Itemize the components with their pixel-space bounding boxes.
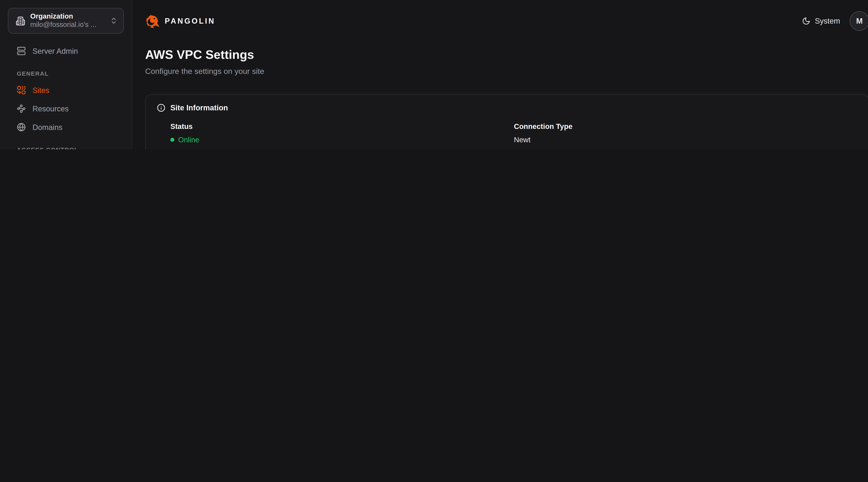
moon-icon xyxy=(802,17,810,25)
server-icon xyxy=(17,46,26,56)
sidebar-item-domains[interactable]: Domains xyxy=(17,122,126,133)
sidebar-item-sites[interactable]: Sites xyxy=(17,85,126,96)
org-switcher-text: Organization milo@fossorial.io's ... xyxy=(30,12,105,29)
org-switcher[interactable]: Organization milo@fossorial.io's ... xyxy=(8,8,124,34)
site-information-header: Site Information xyxy=(157,104,858,112)
theme-label: System xyxy=(815,17,840,25)
site-information-title: Site Information xyxy=(170,104,228,112)
section-label-access-control: ACCESS CONTROL xyxy=(17,146,126,150)
topbar-right: System M xyxy=(802,11,868,31)
user-avatar[interactable]: M xyxy=(849,11,868,31)
app-root: Organization milo@fossorial.io's ... Ser… xyxy=(0,0,868,150)
site-information-card: Site Information Status Online Connectio… xyxy=(145,94,868,150)
brand-logo[interactable]: PANGOLIN xyxy=(145,13,215,28)
sidebar-nav: Server Admin GENERAL Sites Resources Dom xyxy=(0,34,132,150)
connection-type-block: Connection Type Newt xyxy=(514,122,858,144)
chevrons-up-down-icon xyxy=(110,17,118,25)
combine-icon xyxy=(17,86,26,95)
page-title: AWS VPC Settings xyxy=(145,47,868,62)
org-switcher-label: Organization xyxy=(30,12,105,21)
status-badge: Online xyxy=(178,135,199,144)
connection-type-label: Connection Type xyxy=(514,122,858,130)
pangolin-logo-icon xyxy=(145,13,160,28)
avatar-initial: M xyxy=(856,16,863,25)
sidebar-item-label: Server Admin xyxy=(32,47,78,55)
sidebar-item-resources[interactable]: Resources xyxy=(17,103,126,114)
status-label: Status xyxy=(170,122,514,130)
sidebar-item-label: Resources xyxy=(32,104,69,113)
online-status-dot xyxy=(170,138,174,142)
sidebar-item-label: Sites xyxy=(32,86,49,94)
status-value-row: Online xyxy=(170,135,514,144)
org-switcher-value: milo@fossorial.io's ... xyxy=(30,21,105,29)
site-information-grid: Status Online Connection Type Newt xyxy=(157,122,858,144)
topbar: PANGOLIN System M xyxy=(145,0,868,31)
sidebar-item-server-admin[interactable]: Server Admin xyxy=(17,45,126,57)
waypoints-icon xyxy=(17,104,26,113)
section-label-general: GENERAL xyxy=(17,70,126,77)
building-icon xyxy=(16,16,25,26)
page-subtitle: Configure the settings on your site xyxy=(145,67,868,76)
theme-toggle[interactable]: System xyxy=(802,17,840,25)
main-content: PANGOLIN System M AWS VPC Settings Confi… xyxy=(133,0,868,150)
sidebar-item-label: Domains xyxy=(32,123,62,131)
connection-type-value: Newt xyxy=(514,135,858,144)
info-icon xyxy=(157,104,165,112)
sidebar: Organization milo@fossorial.io's ... Ser… xyxy=(0,0,132,150)
globe-icon xyxy=(17,123,26,132)
status-block: Status Online xyxy=(170,122,514,144)
brand-name: PANGOLIN xyxy=(165,17,215,25)
